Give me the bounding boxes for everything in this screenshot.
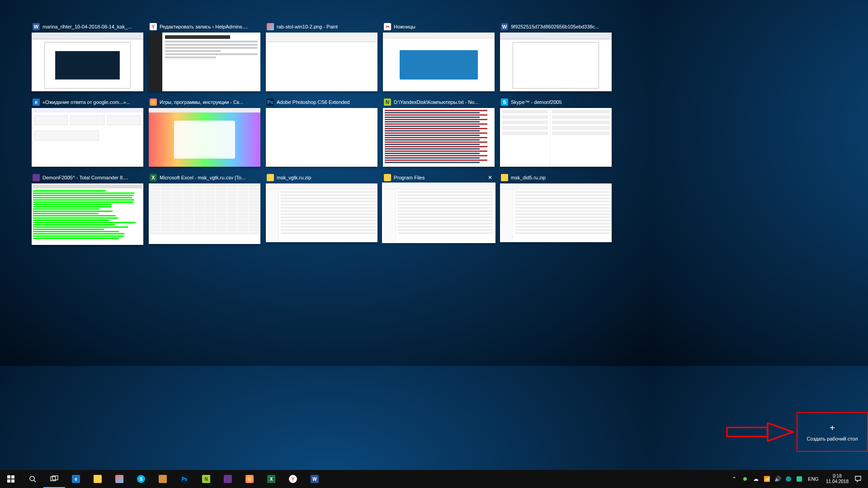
window-card-header: PsAdobe Photoshop CS6 Extended✕: [266, 98, 377, 108]
window-card-w2[interactable]: YРедактировать запись ‹ HelpAdmins....✕: [149, 23, 260, 91]
window-card-title: Program Files: [394, 175, 484, 180]
task-view: Wmarina_rihter_10-04-2018-08-14_kak_...✕…: [0, 0, 651, 366]
snip-icon: ✂: [384, 23, 391, 30]
window-card-title: msk_did5.ru.zip: [511, 175, 611, 180]
window-card-header: XMicrosoft Excel - msk_vgtk.ru.csv [To..…: [149, 174, 260, 183]
window-card-close-button[interactable]: ✕: [486, 174, 494, 181]
task-view-window-grid: Wmarina_rihter_10-04-2018-08-14_kak_...✕…: [32, 23, 624, 245]
window-card-header: Wmarina_rihter_10-04-2018-08-14_kak_...✕: [32, 23, 143, 33]
window-card-w10[interactable]: SSkype™ - demonf2005✕: [500, 98, 612, 167]
window-card-title: Skype™ - demonf2005: [511, 99, 611, 105]
window-card-header: DemonF2005^ - Total Commander 8....✕: [32, 174, 143, 183]
window-card-header: YРедактировать запись ‹ HelpAdmins....✕: [149, 23, 260, 33]
window-card-title: Игры, программы, инструкции - Ск...: [160, 99, 259, 105]
window-card-header: Program Files✕: [383, 174, 495, 183]
window-card-w9[interactable]: ND:\YandexDisk\Компьютеры.txt - No...✕: [383, 98, 495, 167]
window-card-w7[interactable]: Игры, программы, инструкции - Ск...✕: [149, 98, 260, 167]
window-card-title: D:\YandexDisk\Компьютеры.txt - No...: [394, 99, 494, 105]
yandex-icon: Y: [150, 23, 157, 30]
window-card-header: msk_vgtk.ru.zip✕: [266, 174, 377, 183]
ff-icon: [150, 99, 157, 106]
window-card-header: SSkype™ - demonf2005✕: [500, 98, 612, 108]
window-card-title: Ножницы: [394, 24, 494, 29]
window-card-w5[interactable]: W9f9252515d73d8602656b105ebd338c...✕: [500, 23, 612, 91]
window-card-w12[interactable]: XMicrosoft Excel - msk_vgtk.ru.csv [To..…: [149, 174, 260, 245]
window-card-w1[interactable]: Wmarina_rihter_10-04-2018-08-14_kak_...✕: [32, 23, 143, 91]
close-icon: ✕: [488, 174, 492, 181]
window-card-title: Adobe Photoshop CS6 Extended: [277, 99, 377, 105]
window-card-title: Microsoft Excel - msk_vgtk.ru.csv [To...: [160, 175, 259, 180]
ps-icon: Ps: [267, 99, 274, 106]
word-icon: W: [33, 23, 40, 30]
window-card-header: msk_did5.ru.zip✕: [500, 174, 612, 183]
window-card-header: W9f9252515d73d8602656b105ebd338c...✕: [500, 23, 612, 33]
window-card-w14[interactable]: Program Files✕: [383, 174, 495, 245]
xl-icon: X: [150, 174, 157, 181]
window-card-header: e«Ожидание ответа от google.com...»...✕: [32, 98, 143, 108]
window-card-header: ✂Ножницы✕: [383, 23, 495, 33]
tc-icon: [33, 174, 40, 181]
window-card-title: Редактировать запись ‹ HelpAdmins....: [160, 24, 259, 29]
folder-icon: [384, 174, 391, 181]
window-card-w8[interactable]: PsAdobe Photoshop CS6 Extended✕: [266, 98, 377, 167]
folder-icon: [501, 174, 508, 181]
window-card-title: 9f9252515d73d8602656b105ebd338c...: [511, 24, 611, 29]
window-card-header: Игры, программы, инструкции - Ск...✕: [149, 98, 260, 108]
window-card-w3[interactable]: rab-stol-win10-2.png - Paint✕: [266, 23, 377, 91]
window-card-title: DemonF2005^ - Total Commander 8....: [42, 175, 142, 180]
ie-icon: e: [33, 99, 40, 106]
window-card-w15[interactable]: msk_did5.ru.zip✕: [500, 174, 612, 245]
npp-icon: N: [384, 99, 391, 106]
window-card-w13[interactable]: msk_vgtk.ru.zip✕: [266, 174, 377, 245]
window-card-w6[interactable]: e«Ожидание ответа от google.com...»...✕: [32, 98, 143, 167]
window-card-w11[interactable]: DemonF2005^ - Total Commander 8....✕: [32, 174, 143, 245]
paint-icon: [267, 23, 274, 30]
skype-icon: S: [501, 99, 508, 106]
window-card-w4[interactable]: ✂Ножницы✕: [383, 23, 495, 91]
folder-icon: [267, 174, 274, 181]
word-icon: W: [501, 23, 508, 30]
window-card-header: rab-stol-win10-2.png - Paint✕: [266, 23, 377, 33]
window-card-header: ND:\YandexDisk\Компьютеры.txt - No...✕: [383, 98, 495, 108]
window-card-title: «Ожидание ответа от google.com...»...: [42, 99, 142, 105]
window-card-title: marina_rihter_10-04-2018-08-14_kak_...: [42, 24, 142, 29]
window-card-title: rab-stol-win10-2.png - Paint: [277, 24, 377, 29]
window-card-title: msk_vgtk.ru.zip: [277, 175, 377, 180]
